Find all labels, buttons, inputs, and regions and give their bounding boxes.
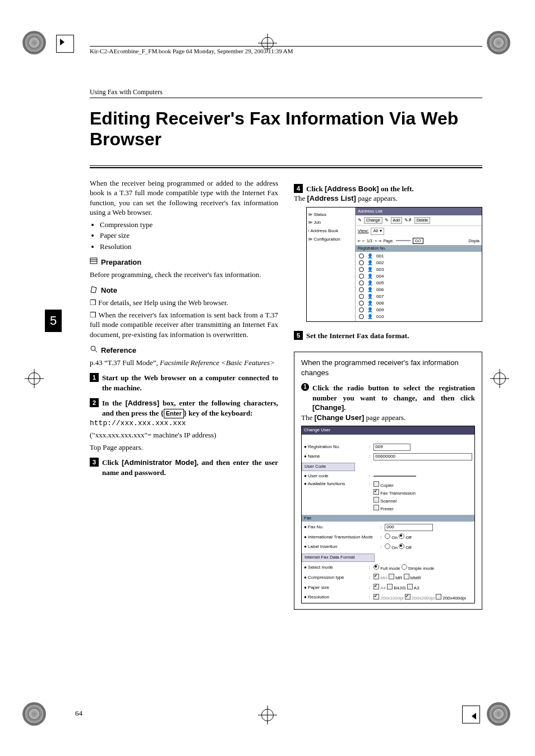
step-badge: 2	[90, 398, 99, 407]
running-header: Kir-C2-AEcombine_F_FM.book Page 64 Monda…	[90, 46, 482, 54]
checkbox-printer[interactable]	[373, 505, 379, 510]
change-button[interactable]: Change	[364, 217, 382, 223]
user-icon: 👤	[367, 307, 373, 314]
row-reg-no: 004	[376, 273, 384, 280]
address-list-row[interactable]: 👤007	[356, 293, 482, 300]
page-input[interactable]	[396, 240, 411, 241]
checkbox-mh[interactable]	[373, 574, 379, 579]
add-button[interactable]: Add	[391, 217, 402, 223]
radio-itm-on[interactable]	[385, 533, 390, 539]
row-radio[interactable]	[359, 287, 364, 292]
svg-point-3	[91, 346, 95, 351]
arrow-mark-top	[56, 35, 74, 53]
fax-no-input[interactable]: 000	[385, 524, 433, 531]
user-code-input[interactable]	[373, 476, 416, 477]
note-icon	[90, 285, 98, 296]
delete-button[interactable]: Delete	[414, 217, 430, 223]
step-5: 5 Set the Internet Fax data format.	[294, 331, 482, 341]
address-list-row[interactable]: 👤010	[356, 314, 482, 320]
bullet-item: Paper size	[100, 231, 278, 241]
row-radio[interactable]	[359, 274, 364, 279]
address-list-row[interactable]: 👤001	[356, 253, 482, 260]
address-list-header: Registration No.	[356, 245, 482, 251]
checkbox-b4jis[interactable]	[387, 584, 393, 589]
intro-paragraph: When the receiver being programmed or ad…	[90, 178, 278, 218]
step-1: 1 Start up the Web browser on a computer…	[90, 373, 278, 393]
checkbox-scanner[interactable]	[373, 497, 379, 503]
radio-li-on[interactable]	[385, 543, 390, 549]
step-4: 4 Click [Address Book] on the left.	[294, 184, 482, 194]
note-item: For details, see Help using the Web brow…	[90, 298, 278, 308]
itm-label: International Transmission Mode	[304, 534, 377, 541]
svg-rect-0	[90, 258, 97, 264]
row-reg-no: 010	[376, 314, 384, 320]
address-list-row[interactable]: 👤003	[356, 266, 482, 273]
user-icon: 👤	[367, 300, 373, 307]
left-column: When the receiver being programmed or ad…	[90, 178, 278, 610]
checkbox-200x100[interactable]	[373, 594, 379, 600]
row-radio[interactable]	[359, 314, 364, 319]
step-badge: 5	[294, 331, 303, 340]
checkbox-a4[interactable]	[373, 584, 379, 589]
paper-size-label: Paper size	[304, 585, 366, 591]
section-header: Using Fax with Computers	[90, 88, 482, 98]
row-radio[interactable]	[359, 280, 364, 285]
crop-ring-tr	[487, 31, 510, 54]
address-list-row[interactable]: 👤006	[356, 287, 482, 293]
go-button[interactable]: GO	[413, 238, 423, 244]
crop-ring-bl	[22, 702, 46, 726]
step-2-result: Top Page appears.	[90, 442, 278, 453]
row-reg-no: 005	[376, 280, 384, 287]
fax-section-bar: Fax	[302, 515, 474, 522]
view-label: View:	[358, 228, 368, 234]
radio-simple-mode[interactable]	[402, 564, 407, 570]
page-number: 64	[75, 709, 82, 718]
page-title: Editing Receiver's Fax Information Via W…	[90, 108, 482, 150]
checkbox-fax-tx[interactable]	[373, 489, 379, 495]
view-select[interactable]: All ▾	[371, 228, 384, 235]
radio-full-mode[interactable]	[373, 564, 379, 570]
user-icon: 👤	[367, 253, 373, 260]
row-radio[interactable]	[359, 253, 364, 259]
step-2-url: http://xxx.xxx.xxx.xxx	[90, 418, 278, 428]
address-list-row[interactable]: 👤005	[356, 280, 482, 287]
checkbox-200x400[interactable]	[436, 594, 441, 600]
checkbox-200x200[interactable]	[405, 594, 411, 600]
row-radio[interactable]	[359, 294, 364, 299]
row-reg-no: 008	[376, 300, 384, 307]
row-radio[interactable]	[359, 307, 364, 312]
checkbox-mmr[interactable]	[404, 574, 409, 579]
reg-mark-right	[490, 369, 509, 388]
radio-itm-off[interactable]	[399, 533, 404, 539]
reference-icon	[90, 345, 98, 356]
user-icon: 👤	[367, 314, 373, 320]
nav-address-book[interactable]: › Address Book	[308, 228, 354, 234]
radio-li-off[interactable]	[399, 543, 404, 549]
reference-label: Reference	[101, 345, 136, 356]
checkbox-a3[interactable]	[407, 584, 413, 589]
row-radio[interactable]	[359, 260, 364, 265]
name-input[interactable]: 00600000	[373, 453, 472, 460]
address-list-row[interactable]: 👤009	[356, 307, 482, 314]
pager-label: Page:	[384, 238, 394, 243]
nav-job[interactable]: ≫ Job	[308, 220, 354, 226]
pager-arrows[interactable]: ⇤ ⇠ 1/3 ⇢ ⇥	[358, 238, 381, 243]
note-label: Note	[101, 285, 117, 296]
address-list-row[interactable]: 👤008	[356, 300, 482, 307]
step-4-result: The [Address List] page appears.	[294, 193, 482, 204]
address-list-row[interactable]: 👤004	[356, 273, 482, 280]
address-list-row[interactable]: 👤002	[356, 260, 482, 266]
row-reg-no: 001	[376, 253, 384, 260]
nav-configuration[interactable]: ≫ Configuration	[308, 237, 354, 243]
reg-no-input[interactable]: 009	[373, 444, 411, 451]
row-radio[interactable]	[359, 267, 364, 272]
info-box: When the programmed receiver's fax infor…	[294, 352, 482, 610]
checkbox-copier[interactable]	[373, 481, 379, 487]
row-radio[interactable]	[359, 301, 364, 306]
nav-status[interactable]: ≫ Status	[308, 212, 354, 218]
address-list-screenshot: ≫ Status ≫ Job › Address Book ≫ Configur…	[306, 207, 482, 322]
name-label: Name	[304, 454, 366, 460]
preparation-text: Before programming, check the receiver's…	[90, 270, 278, 280]
crop-ring-tl	[22, 31, 46, 54]
checkbox-mr[interactable]	[389, 574, 394, 579]
